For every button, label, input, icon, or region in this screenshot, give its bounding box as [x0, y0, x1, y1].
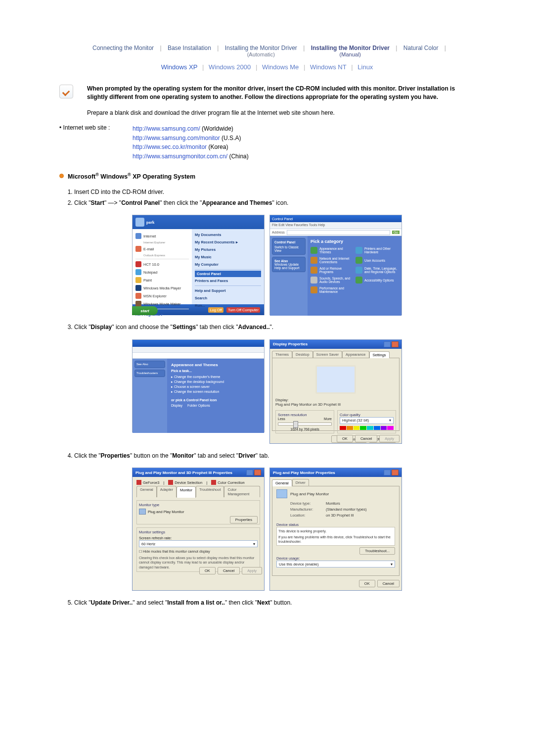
- top-tab-nav: Connecting the Monitor | Base Installati…: [59, 45, 475, 57]
- os-winme[interactable]: Windows Me: [260, 63, 301, 71]
- site-link-china[interactable]: http://www.samsungmonitor.com.cn/: [133, 153, 227, 160]
- intro-para: Prepare a blank disk and download the dr…: [87, 109, 475, 117]
- start-user: park: [146, 220, 154, 225]
- os-win2000[interactable]: Windows 2000: [207, 63, 253, 71]
- refresh-rate-select[interactable]: 60 Hertz▾: [139, 540, 258, 547]
- screenshot-display-properties: Display Properties Themes Desktop Screen…: [269, 339, 402, 444]
- os-winnt[interactable]: Windows NT: [308, 63, 349, 71]
- close-icon[interactable]: [392, 341, 399, 347]
- site-region-3: (China): [229, 153, 248, 160]
- tab-general[interactable]: General: [136, 486, 157, 497]
- os-winxp[interactable]: Windows XP: [159, 63, 200, 71]
- tab-install-manual-sub: (Manual): [310, 51, 391, 57]
- tab-install-auto[interactable]: Installing the Monitor Driver: [223, 45, 299, 51]
- screenshot-start-menu: park Internet Internet Explorer E-mail O…: [132, 215, 265, 315]
- tab-adapter[interactable]: Adapter: [157, 486, 177, 497]
- help-icon[interactable]: [384, 341, 391, 347]
- close-icon[interactable]: [254, 470, 261, 475]
- tab-driver[interactable]: Driver: [292, 479, 309, 486]
- site-link-usa[interactable]: http://www.samsung.com/monitor: [133, 135, 220, 142]
- tab-base-install[interactable]: Base Installation: [166, 45, 213, 51]
- help-icon[interactable]: [384, 470, 391, 475]
- tab-install-manual[interactable]: Installing the Monitor Driver: [310, 45, 391, 51]
- site-region-2: (Korea): [208, 143, 228, 150]
- apply-button[interactable]: Apply: [379, 435, 400, 442]
- screenshot-driver-general: Plug and Play Monitor Properties General…: [269, 468, 402, 591]
- troubleshoot-button[interactable]: Troubleshoot...: [359, 547, 395, 555]
- apply-button[interactable]: Apply: [242, 567, 262, 574]
- ok-button[interactable]: OK: [359, 580, 375, 587]
- step-4: Click the "Properties" button on the "Mo…: [74, 451, 475, 461]
- check-icon: [59, 85, 73, 98]
- os-subnav: Windows XP | Windows 2000 | Windows Me |…: [59, 63, 475, 71]
- steps-list-1: Insert CD into the CD-ROM driver. Click …: [74, 187, 475, 208]
- start-button[interactable]: start: [132, 306, 158, 315]
- screenshot-appearance-themes: See Also Troubleshooters Appearance and …: [132, 339, 265, 432]
- site-link-worldwide[interactable]: http://www.samsung.com/: [133, 125, 200, 132]
- start-control-panel[interactable]: Control Panel: [195, 271, 261, 277]
- step-1: Insert CD into the CD-ROM driver.: [74, 187, 475, 197]
- site-region-0: (Worldwide): [202, 125, 233, 132]
- tab-screensaver[interactable]: Screen Saver: [313, 351, 342, 358]
- logoff-button[interactable]: Log Off: [208, 307, 223, 313]
- ok-button[interactable]: OK: [337, 435, 353, 442]
- tab-natural-color[interactable]: Natural Color: [402, 45, 440, 51]
- tab-colormgmt[interactable]: Color Management: [224, 486, 260, 497]
- tab-general[interactable]: General: [272, 479, 292, 486]
- step-3: Click "Display" icon and choose the "Set…: [74, 322, 475, 332]
- steps-list-3: Click "Display" icon and choose the "Set…: [74, 322, 475, 332]
- bullet-icon: [59, 174, 64, 178]
- sites-label: Internet web site :: [59, 124, 124, 161]
- site-link-korea[interactable]: http://www.sec.co.kr/monitor: [133, 143, 207, 150]
- help-icon[interactable]: [246, 470, 253, 475]
- ok-button[interactable]: OK: [199, 567, 216, 574]
- dlg3b-title: Plug and Play Monitor Properties: [273, 471, 335, 475]
- steps-list-4: Click the "Properties" button on the "Mo…: [74, 451, 475, 461]
- tab-troubleshoot[interactable]: Troubleshoot: [196, 486, 224, 497]
- sites-list: http://www.samsung.com/ (Worldwide) http…: [133, 124, 475, 161]
- tab-themes[interactable]: Themes: [272, 351, 292, 358]
- display-icon[interactable]: Display: [171, 404, 182, 407]
- device-usage-select[interactable]: Use this device (enable)▾: [276, 561, 395, 567]
- cancel-button[interactable]: Cancel: [355, 435, 377, 442]
- cat-appearance[interactable]: Appearance and Themes: [311, 247, 354, 254]
- section-title-2: Windows: [99, 173, 128, 180]
- tab-settings[interactable]: Settings: [369, 351, 390, 358]
- section-title-1: Microsoft: [68, 173, 95, 180]
- section-title-3: XP Operating System: [131, 173, 195, 180]
- dlg-title: Display Properties: [273, 342, 308, 346]
- site-region-1: (U.S.A): [222, 135, 241, 142]
- screenshot-monitor-properties: Plug and Play Monitor and 3D Prophet III…: [132, 468, 265, 591]
- section-heading: Microsoft® Windows® XP Operating System: [59, 172, 475, 180]
- tab-desktop[interactable]: Desktop: [292, 351, 313, 358]
- step-2: Click "Start" —> "Control Panel" then cl…: [74, 198, 475, 208]
- screenshot-control-panel: Control Panel File Edit View Favorites T…: [269, 215, 402, 315]
- close-icon[interactable]: [392, 470, 399, 475]
- resolution-slider[interactable]: [278, 423, 332, 425]
- step-5: Click "Update Driver.." and select "Inst…: [74, 598, 475, 608]
- tab-connecting[interactable]: Connecting the Monitor: [91, 45, 155, 51]
- turnoff-button[interactable]: Turn Off Computer: [226, 307, 260, 313]
- tab-appearance[interactable]: Appearance: [342, 351, 369, 358]
- os-linux[interactable]: Linux: [356, 63, 375, 71]
- intro-bold: When prompted by the operating system fo…: [87, 85, 475, 102]
- dlg3a-title: Plug and Play Monitor and 3D Prophet III…: [135, 471, 232, 475]
- tab-monitor[interactable]: Monitor: [177, 486, 196, 498]
- color-quality-select[interactable]: Highest (32 bit)▾: [340, 417, 394, 424]
- steps-list-5: Click "Update Driver.." and select "Inst…: [74, 598, 475, 608]
- cancel-button[interactable]: Cancel: [218, 567, 240, 574]
- cancel-button[interactable]: Cancel: [377, 580, 400, 587]
- properties-button[interactable]: Properties: [230, 516, 258, 523]
- tab-install-auto-sub: (Automatic): [223, 51, 299, 57]
